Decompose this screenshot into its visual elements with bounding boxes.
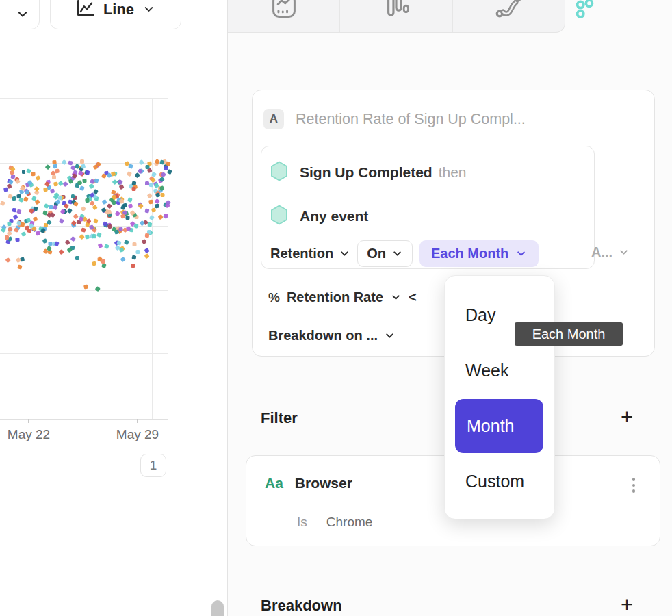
breakdown-on-label: Breakdown on ...: [268, 328, 378, 344]
metric-label: Retention: [270, 246, 333, 261]
event-name[interactable]: Any event: [300, 208, 368, 224]
chevron-down-icon: [618, 246, 630, 258]
filter-property-row[interactable]: Aa Browser: [265, 475, 352, 491]
event-suffix: then: [439, 164, 467, 181]
hexagon-event-icon: [270, 161, 288, 184]
chevron-down-icon: [515, 248, 527, 259]
flow-icon: [494, 0, 523, 23]
chevron-down-icon: [390, 292, 402, 303]
event-name[interactable]: Sign Up Completed: [300, 164, 432, 181]
menu-item-week[interactable]: Week: [445, 343, 554, 398]
insights-chart-icon: [270, 0, 298, 23]
hexagon-event-icon: [270, 205, 288, 228]
app-canvas: Line May 22 May 29 1: [0, 0, 672, 616]
pagination-page-button[interactable]: 1: [140, 454, 166, 477]
chart-pane: Line May 22 May 29 1: [0, 0, 227, 616]
x-axis-tick-label: May 29: [110, 427, 165, 442]
tab-flow[interactable]: [452, 0, 565, 32]
query-title[interactable]: Retention Rate of Sign Up Compl...: [296, 111, 526, 128]
tab-scatter-active[interactable]: [574, 0, 595, 22]
query-builder-panel: A Retention Rate of Sign Up Compl... Sig…: [227, 0, 672, 616]
scatter-icon: [574, 10, 595, 21]
extra-dropdown[interactable]: A...: [591, 244, 630, 260]
event-row[interactable]: Any event: [270, 205, 374, 228]
query-label-badge: A: [263, 109, 284, 129]
chevron-down-icon: [142, 3, 155, 16]
chart-type-tabs: [228, 0, 565, 33]
filter-condition-row[interactable]: Is Chrome: [297, 515, 372, 530]
tab-bar-chart[interactable]: [339, 0, 452, 32]
chevron-down-icon: [384, 330, 396, 342]
chevron-down-icon: [391, 248, 403, 259]
bar-chart-icon: [382, 0, 411, 23]
measure-label: Retention Rate: [287, 290, 383, 305]
chart-type-label: Line: [103, 1, 134, 18]
x-axis-tick-label: May 22: [1, 427, 56, 442]
tooltip-text: Each Month: [532, 326, 606, 342]
on-label: On: [367, 246, 386, 261]
collapsed-dropdown-button[interactable]: [0, 0, 40, 29]
property-type-icon: Aa: [265, 475, 283, 491]
menu-item-custom[interactable]: Custom: [445, 454, 554, 509]
events-card: Sign Up Completed then Any event Retenti…: [261, 146, 595, 269]
filter-operator: Is: [297, 515, 307, 530]
extra-label: A...: [591, 244, 612, 260]
filter-section-title: Filter: [261, 409, 298, 427]
vertical-scrollbar-thumb[interactable]: [211, 600, 224, 616]
interval-dropdown[interactable]: Each Month: [419, 240, 539, 267]
horizontal-divider: [0, 509, 227, 509]
measure-dropdown[interactable]: % Retention Rate <: [268, 290, 417, 305]
add-filter-button[interactable]: +: [621, 407, 633, 428]
interval-dropdown-menu: Day Week Month Custom: [444, 275, 555, 519]
metric-dropdown[interactable]: Retention: [270, 246, 350, 261]
line-chart-icon: [76, 0, 95, 20]
kebab-menu-icon[interactable]: [632, 478, 636, 493]
percent-icon: %: [268, 290, 280, 305]
filter-property-name: Browser: [295, 475, 352, 491]
retention-controls-row: Retention On Each Month: [270, 240, 539, 267]
tooltip: Each Month: [515, 322, 623, 346]
chart-type-button[interactable]: Line: [50, 0, 181, 29]
add-breakdown-button[interactable]: +: [621, 594, 633, 615]
filter-value: Chrome: [326, 515, 373, 530]
breakdown-section-title: Breakdown: [261, 597, 342, 615]
menu-item-month[interactable]: Month: [455, 399, 543, 453]
chevron-down-icon: [16, 8, 29, 21]
event-row[interactable]: Sign Up Completed then: [270, 161, 467, 184]
measure-trailing-text: <: [409, 290, 417, 305]
breakdown-on-dropdown[interactable]: Breakdown on ...: [268, 328, 396, 344]
on-dropdown[interactable]: On: [357, 240, 413, 267]
chevron-down-icon: [339, 248, 350, 259]
tab-insights-chart[interactable]: [228, 0, 339, 32]
interval-label: Each Month: [431, 246, 508, 261]
page-number: 1: [150, 458, 157, 473]
